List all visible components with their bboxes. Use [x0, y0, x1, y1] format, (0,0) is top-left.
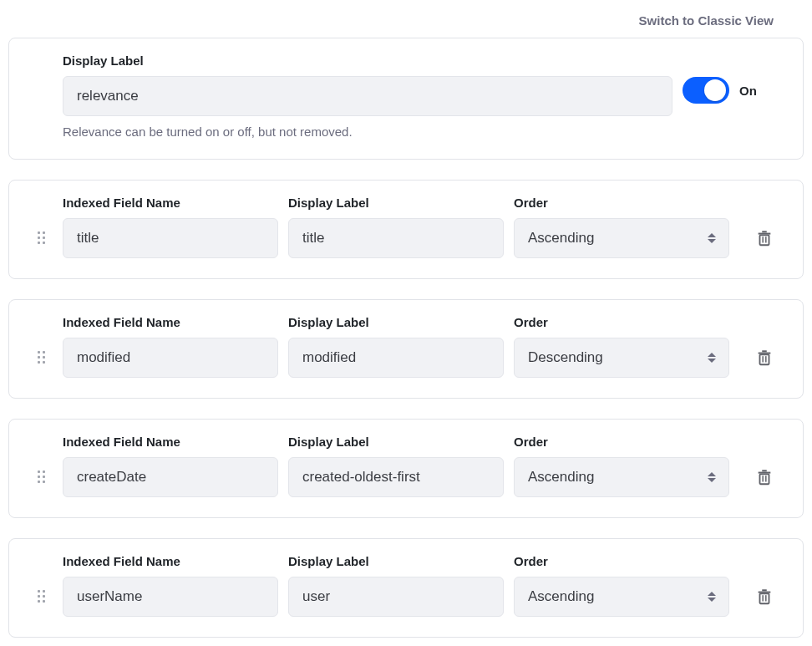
- drag-handle-icon[interactable]: [38, 231, 45, 244]
- svg-rect-14: [765, 476, 766, 481]
- relevance-helper-text: Relevance can be turned on or off, but n…: [63, 125, 672, 139]
- svg-rect-13: [762, 476, 763, 481]
- indexed-field-heading: Indexed Field Name: [63, 554, 278, 568]
- select-caret-icon: [706, 589, 718, 604]
- drag-handle-icon[interactable]: [38, 471, 45, 483]
- svg-rect-12: [762, 470, 767, 471]
- order-heading: Order: [514, 554, 729, 568]
- relevance-toggle-label: On: [739, 84, 757, 98]
- display-label-heading: Display Label: [288, 435, 504, 449]
- indexed-field-heading: Indexed Field Name: [63, 196, 278, 210]
- svg-rect-7: [762, 350, 767, 352]
- display-label-input[interactable]: user: [288, 577, 504, 617]
- order-heading: Order: [514, 196, 729, 210]
- svg-rect-5: [760, 354, 769, 364]
- order-select[interactable]: Ascending: [514, 218, 729, 258]
- sort-row: Indexed Field Name modified Display Labe…: [8, 299, 804, 399]
- svg-rect-6: [759, 352, 771, 354]
- indexed-field-heading: Indexed Field Name: [63, 315, 278, 329]
- trash-icon[interactable]: [755, 348, 774, 367]
- svg-rect-9: [765, 356, 766, 362]
- display-label-heading: Display Label: [288, 315, 504, 329]
- svg-rect-19: [765, 595, 766, 601]
- display-label-input[interactable]: modified: [288, 338, 504, 378]
- relevance-card: Display Label relevance Relevance can be…: [8, 38, 804, 160]
- indexed-field-input[interactable]: modified: [63, 338, 278, 378]
- display-label-heading: Display Label: [288, 196, 504, 210]
- display-label-input[interactable]: title: [288, 218, 504, 258]
- svg-rect-4: [765, 237, 766, 242]
- sort-row: Indexed Field Name createDate Display La…: [8, 419, 804, 518]
- svg-rect-15: [760, 593, 769, 603]
- relevance-display-label-input[interactable]: relevance: [63, 76, 672, 116]
- display-label-heading: Display Label: [63, 53, 672, 68]
- order-select[interactable]: Ascending: [514, 457, 729, 497]
- svg-rect-2: [762, 231, 767, 232]
- order-select[interactable]: Ascending: [514, 577, 729, 617]
- trash-icon[interactable]: [755, 468, 774, 486]
- indexed-field-input[interactable]: createDate: [63, 457, 278, 497]
- drag-handle-icon[interactable]: [38, 590, 45, 603]
- select-caret-icon: [706, 470, 718, 485]
- svg-rect-17: [762, 589, 767, 591]
- sort-row: Indexed Field Name title Display Label t…: [8, 180, 804, 279]
- svg-rect-3: [762, 237, 763, 242]
- svg-rect-18: [762, 595, 763, 601]
- display-label-input[interactable]: created-oldest-first: [288, 457, 504, 497]
- relevance-toggle[interactable]: [683, 77, 729, 104]
- svg-rect-0: [760, 235, 769, 245]
- svg-rect-10: [760, 474, 769, 484]
- order-heading: Order: [514, 315, 729, 329]
- drag-handle-icon[interactable]: [38, 351, 45, 364]
- display-label-heading: Display Label: [288, 554, 504, 568]
- select-caret-icon: [706, 231, 718, 246]
- svg-rect-11: [759, 471, 771, 473]
- svg-rect-8: [762, 356, 763, 362]
- sort-row: Indexed Field Name userName Display Labe…: [8, 538, 804, 638]
- svg-rect-16: [759, 591, 771, 593]
- svg-rect-1: [759, 232, 771, 234]
- trash-icon[interactable]: [755, 588, 774, 606]
- switch-view-link[interactable]: Switch to Classic View: [8, 8, 804, 38]
- indexed-field-input[interactable]: title: [63, 218, 278, 258]
- select-caret-icon: [706, 350, 718, 365]
- order-heading: Order: [514, 435, 729, 449]
- indexed-field-input[interactable]: userName: [63, 577, 278, 617]
- indexed-field-heading: Indexed Field Name: [63, 435, 278, 449]
- trash-icon[interactable]: [755, 229, 774, 247]
- order-select[interactable]: Descending: [514, 338, 729, 378]
